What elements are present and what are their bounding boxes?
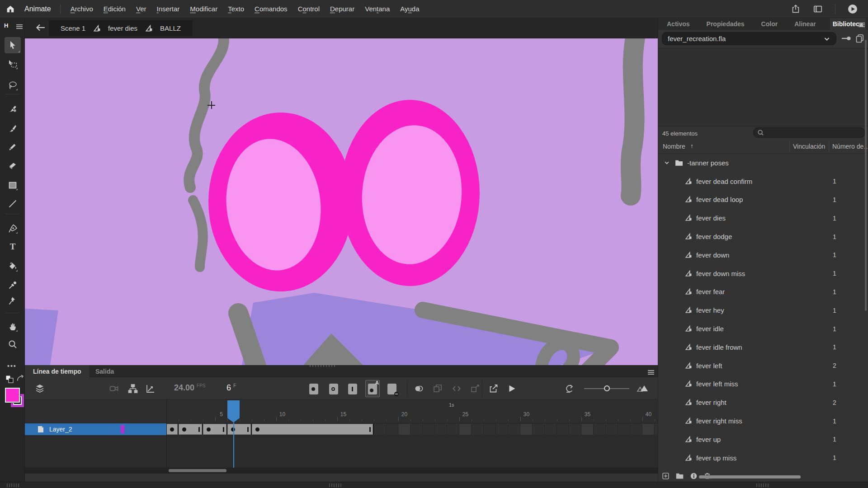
timeline-ruler[interactable]: 1s 510152025303540 <box>25 399 658 423</box>
library-item-row[interactable]: fever dies 1 <box>658 209 868 227</box>
empty-frame-cell[interactable] <box>581 424 594 435</box>
menu-item-comandos[interactable]: Comandos <box>255 5 288 13</box>
empty-frame-cell[interactable] <box>447 424 459 435</box>
timeline-zoom-slider-knob[interactable] <box>604 385 610 391</box>
library-item-row[interactable]: fever down miss 1 <box>658 264 868 283</box>
column-numero-de[interactable]: Número de… <box>832 143 868 150</box>
empty-frame-cell[interactable] <box>435 424 447 435</box>
empty-frame-cell[interactable] <box>606 424 618 435</box>
keyframe-span[interactable] <box>179 424 203 435</box>
empty-frame-cell[interactable] <box>569 424 581 435</box>
empty-frame-cell[interactable] <box>374 424 386 435</box>
breadcrumb-symbol-current[interactable]: BALLZ <box>160 24 181 32</box>
tab-color[interactable]: Color <box>759 18 781 30</box>
library-item-row[interactable]: fever dead loop 1 <box>658 191 868 209</box>
empty-frame-cell[interactable] <box>642 424 655 435</box>
empty-frame-cell[interactable] <box>630 424 642 435</box>
library-item-row[interactable]: fever fear 1 <box>658 283 868 301</box>
insert-keyframe-button[interactable] <box>309 384 318 394</box>
empty-frame-cell[interactable] <box>533 424 545 435</box>
library-item-row[interactable]: fever dodge 1 <box>658 227 868 246</box>
menu-item-archivo[interactable]: Archivo <box>71 5 93 13</box>
timeline-hscrollbar[interactable] <box>25 468 658 474</box>
eraser-tool-button[interactable] <box>7 160 19 171</box>
menu-item-insertar[interactable]: Insertar <box>156 5 179 13</box>
lasso-tool-button[interactable] <box>7 80 19 91</box>
library-item-row[interactable]: fever idle 1 <box>658 319 868 338</box>
asset-warp-pin-tool-button[interactable] <box>7 295 19 307</box>
empty-frame-cell[interactable] <box>410 424 423 435</box>
zoom-tool-button[interactable] <box>7 339 19 351</box>
menu-item-edicion[interactable]: Edición <box>104 5 126 13</box>
new-folder-icon[interactable] <box>675 472 684 479</box>
library-item-row[interactable]: fever left 2 <box>658 357 868 375</box>
library-menu-icon[interactable] <box>859 22 865 28</box>
keyframe-span[interactable] <box>227 424 252 435</box>
library-item-row[interactable]: fever right miss 1 <box>658 412 868 430</box>
library-item-row[interactable]: fever left miss 1 <box>658 375 868 394</box>
current-frame-value[interactable]: 6 <box>226 383 231 392</box>
empty-frame-cell[interactable] <box>545 424 557 435</box>
remove-frame-button[interactable] <box>387 384 396 394</box>
library-item-row[interactable]: fever hey 1 <box>658 301 868 319</box>
column-divider[interactable] <box>789 141 790 152</box>
breadcrumb-scene[interactable]: Scene 1 <box>61 24 85 32</box>
pencil-tool-button[interactable] <box>7 141 19 153</box>
column-divider[interactable] <box>829 141 829 152</box>
back-arrow-icon[interactable] <box>35 23 47 33</box>
item-properties-icon[interactable] <box>690 472 698 480</box>
empty-frame-cell[interactable] <box>618 424 630 435</box>
menu-item-texto[interactable]: Texto <box>228 5 244 13</box>
panel-resize-grip[interactable] <box>329 483 343 487</box>
insert-blank-keyframe-button[interactable] <box>329 384 338 394</box>
free-transform-tool-button[interactable] <box>7 58 19 70</box>
empty-frame-cell[interactable] <box>423 424 435 435</box>
classic-brush-tool-button[interactable] <box>7 122 19 134</box>
insert-frame-button[interactable] <box>348 384 357 394</box>
share-icon[interactable] <box>791 4 801 14</box>
paint-bucket-tool-button[interactable] <box>7 261 19 272</box>
reset-timeline-zoom-icon[interactable] <box>564 383 575 394</box>
document-dropdown[interactable]: fever_recreation.fla <box>662 32 836 45</box>
panel-resize-grip[interactable] <box>756 483 770 487</box>
stage-canvas[interactable] <box>25 38 658 365</box>
column-nombre[interactable]: Nombre <box>663 143 685 150</box>
pen-tool-button[interactable] <box>7 223 19 235</box>
menu-item-ventana[interactable]: Ventana <box>365 5 390 13</box>
menu-item-modificar[interactable]: Modificar <box>190 5 217 13</box>
keyframe-span[interactable] <box>252 424 374 435</box>
tab-propiedades[interactable]: Propiedades <box>704 18 747 30</box>
onion-skin-icon[interactable] <box>413 383 425 394</box>
column-vinculacion[interactable]: Vinculación <box>793 143 825 150</box>
library-item-row[interactable]: fever dead confirm 1 <box>658 172 868 191</box>
empty-frame-cell[interactable] <box>594 424 606 435</box>
tab-linea-de-tiempo[interactable]: Línea de tiempo <box>25 365 90 377</box>
timeline-menu-icon[interactable] <box>648 369 654 375</box>
onion-markers-icon[interactable] <box>451 383 462 394</box>
timeline-zoom-slider[interactable] <box>584 388 629 389</box>
new-library-panel-icon[interactable] <box>855 33 865 43</box>
play-button[interactable] <box>507 383 517 394</box>
playhead[interactable] <box>227 400 240 422</box>
create-keyframe-span-icon[interactable] <box>470 383 481 394</box>
layers-view-icon[interactable] <box>34 383 46 394</box>
menu-item-depurar[interactable]: Depurar <box>330 5 354 13</box>
empty-frame-cell[interactable] <box>472 424 484 435</box>
breadcrumb-symbol[interactable]: fever dies <box>108 24 137 32</box>
tab-salida[interactable]: Salida <box>87 365 122 377</box>
tools-panel-menu-icon[interactable] <box>16 23 23 30</box>
library-hscrollbar-handle[interactable] <box>699 475 801 479</box>
menu-item-control[interactable]: Control <box>298 5 320 13</box>
layer-name[interactable]: Layer_2 <box>49 426 72 433</box>
auto-keyframe-button[interactable]: A <box>368 384 377 394</box>
layer-row[interactable]: Layer_2 <box>25 423 166 435</box>
swap-colors-icon[interactable] <box>16 374 24 383</box>
empty-frame-cell[interactable] <box>459 424 472 435</box>
tab-alinear[interactable]: Alinear <box>792 18 818 30</box>
line-tool-button[interactable] <box>7 198 19 210</box>
hand-tool-button[interactable] <box>7 321 19 333</box>
empty-frame-cell[interactable] <box>398 424 410 435</box>
home-icon[interactable] <box>5 3 16 15</box>
library-vscrollbar-handle[interactable] <box>865 40 867 311</box>
library-item-row[interactable]: fever down 1 <box>658 246 868 264</box>
